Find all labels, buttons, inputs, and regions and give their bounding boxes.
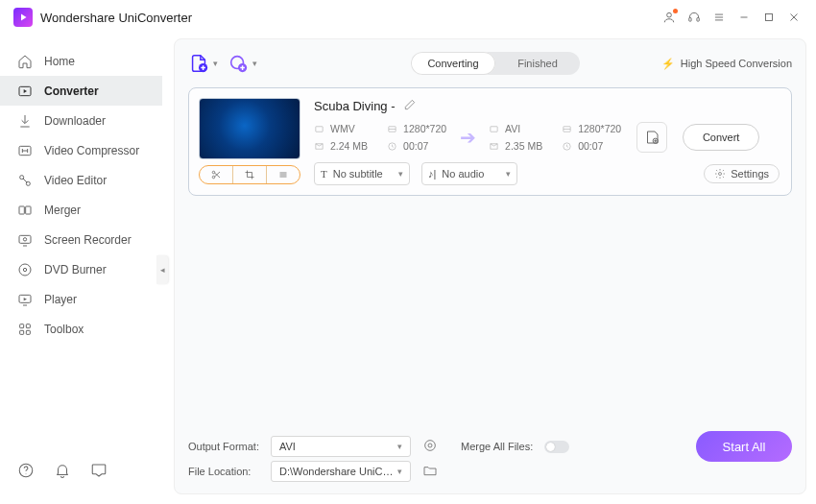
sidebar-collapse-button[interactable]: ◂ xyxy=(156,255,168,284)
tab-converting[interactable]: Converting xyxy=(411,52,495,75)
sidebar-item-downloader[interactable]: Downloader xyxy=(0,106,162,135)
menu-icon[interactable] xyxy=(707,5,732,30)
svg-point-31 xyxy=(212,171,215,174)
sidebar-item-toolbox[interactable]: Toolbox xyxy=(0,314,162,344)
output-settings-button[interactable] xyxy=(636,122,667,153)
trim-tool[interactable] xyxy=(200,166,232,183)
audio-select[interactable]: ♪|No audio▾ xyxy=(421,162,517,185)
effects-tool[interactable] xyxy=(266,166,300,183)
dst-resolution: 1280*720 xyxy=(562,123,621,134)
chevron-down-icon: ▾ xyxy=(506,169,511,179)
account-icon[interactable] xyxy=(657,5,682,30)
sidebar-label: Video Compressor xyxy=(44,144,139,157)
edit-tools xyxy=(199,165,300,184)
arrow-icon: ➔ xyxy=(452,126,483,149)
sidebar-item-screen-recorder[interactable]: Screen Recorder xyxy=(0,225,162,254)
conversion-tabs: Converting Finished xyxy=(411,52,580,75)
svg-rect-22 xyxy=(20,324,24,327)
chevron-down-icon: ▾ xyxy=(213,59,218,68)
subtitle-select[interactable]: TNo subtitle▾ xyxy=(314,162,410,185)
chevron-down-icon: ▾ xyxy=(252,59,257,68)
settings-button[interactable]: Settings xyxy=(704,164,780,183)
src-resolution: 1280*720 xyxy=(387,123,446,134)
sidebar-label: Player xyxy=(44,293,77,306)
svg-point-0 xyxy=(667,12,672,17)
svg-rect-7 xyxy=(766,14,773,21)
merge-files-label: Merge All Files: xyxy=(461,441,533,452)
svg-rect-1 xyxy=(689,18,691,21)
svg-rect-15 xyxy=(19,206,24,214)
headset-icon[interactable] xyxy=(682,5,707,30)
tab-finished[interactable]: Finished xyxy=(495,52,580,75)
sidebar-item-player[interactable]: Player xyxy=(0,284,162,314)
dst-duration: 00:07 xyxy=(562,140,621,152)
titlebar: Wondershare UniConverter xyxy=(0,0,816,35)
svg-rect-2 xyxy=(697,18,699,21)
svg-rect-17 xyxy=(19,235,31,243)
maximize-icon[interactable] xyxy=(756,5,781,30)
file-card: Scuba Diving - WMV 1280*720 2.24 MB 00:0… xyxy=(188,87,792,196)
sidebar-label: DVD Burner xyxy=(44,263,107,276)
svg-line-34 xyxy=(215,172,221,177)
sidebar-label: Converter xyxy=(44,84,99,98)
svg-point-47 xyxy=(719,173,722,176)
minimize-icon[interactable] xyxy=(732,5,756,30)
sidebar-item-dvd-burner[interactable]: DVD Burner xyxy=(0,254,162,284)
chevron-down-icon: ▾ xyxy=(397,442,402,451)
sidebar-item-compressor[interactable]: Video Compressor xyxy=(0,135,162,165)
file-name: Scuba Diving - xyxy=(314,99,396,113)
src-size: 2.24 MB xyxy=(314,140,368,152)
sidebar-item-merger[interactable]: Merger xyxy=(0,195,162,225)
close-icon[interactable] xyxy=(781,5,806,30)
format-settings-icon[interactable] xyxy=(422,438,438,455)
high-speed-label: High Speed Conversion xyxy=(681,58,792,69)
svg-line-14 xyxy=(23,179,27,182)
bolt-icon: ⚡ xyxy=(661,58,675,70)
app-logo xyxy=(13,8,33,27)
svg-point-48 xyxy=(425,441,436,451)
sidebar-item-editor[interactable]: Video Editor xyxy=(0,165,162,195)
add-url-button[interactable]: ▾ xyxy=(228,53,257,74)
high-speed-toggle[interactable]: ⚡ High Speed Conversion xyxy=(661,58,792,70)
file-location-select[interactable]: D:\Wondershare UniConverter▾ xyxy=(271,461,411,482)
svg-point-49 xyxy=(428,444,432,447)
add-file-button[interactable]: ▾ xyxy=(188,53,218,74)
svg-rect-16 xyxy=(26,206,31,214)
start-all-button[interactable]: Start All xyxy=(696,431,792,462)
dst-size: 2.35 MB xyxy=(489,140,542,152)
sidebar: Home Converter Downloader Video Compress… xyxy=(0,35,162,504)
dst-format: AVI xyxy=(489,123,542,134)
feedback-icon[interactable] xyxy=(90,462,108,479)
svg-point-18 xyxy=(23,237,26,240)
footer: Output Format: AVI▾ Merge All Files: Sta… xyxy=(188,434,792,484)
rename-icon[interactable] xyxy=(403,98,417,114)
svg-rect-38 xyxy=(316,126,323,132)
svg-line-33 xyxy=(215,173,221,178)
svg-point-27 xyxy=(26,473,27,474)
chevron-down-icon: ▾ xyxy=(398,169,403,179)
main-panel: ▾ ▾ Converting Finished ⚡ High Speed Con… xyxy=(174,38,806,494)
open-folder-icon[interactable] xyxy=(422,463,438,480)
convert-button[interactable]: Convert xyxy=(683,124,759,151)
sidebar-label: Merger xyxy=(44,204,81,217)
src-duration: 00:07 xyxy=(387,140,446,152)
video-thumbnail[interactable] xyxy=(199,98,300,159)
crop-tool[interactable] xyxy=(232,166,266,183)
output-format-select[interactable]: AVI▾ xyxy=(271,436,411,457)
svg-point-32 xyxy=(212,176,215,179)
svg-point-19 xyxy=(19,264,31,276)
src-format: WMV xyxy=(314,123,368,134)
chevron-down-icon: ▾ xyxy=(397,467,402,476)
svg-rect-24 xyxy=(20,330,24,334)
sidebar-item-home[interactable]: Home xyxy=(0,46,162,76)
svg-rect-42 xyxy=(491,126,497,132)
help-icon[interactable] xyxy=(17,462,35,479)
sidebar-label: Downloader xyxy=(44,114,106,128)
svg-rect-23 xyxy=(26,324,30,327)
sidebar-item-converter[interactable]: Converter xyxy=(0,76,162,106)
output-format-label: Output Format: xyxy=(188,441,259,452)
sidebar-label: Video Editor xyxy=(44,174,107,187)
file-location-label: File Location: xyxy=(188,466,259,477)
merge-files-toggle[interactable] xyxy=(544,441,569,453)
bell-icon[interactable] xyxy=(54,462,71,479)
